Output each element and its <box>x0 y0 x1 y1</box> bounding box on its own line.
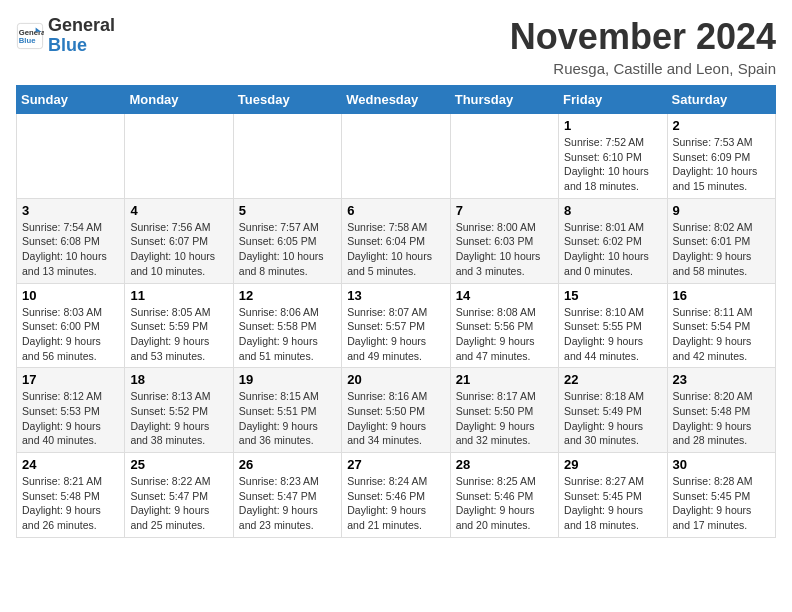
day-number: 1 <box>564 118 661 133</box>
day-info: Sunrise: 8:24 AM Sunset: 5:46 PM Dayligh… <box>347 474 444 533</box>
day-number: 3 <box>22 203 119 218</box>
day-number: 29 <box>564 457 661 472</box>
calendar-week-4: 17Sunrise: 8:12 AM Sunset: 5:53 PM Dayli… <box>17 368 776 453</box>
day-info: Sunrise: 8:05 AM Sunset: 5:59 PM Dayligh… <box>130 305 227 364</box>
calendar-cell: 25Sunrise: 8:22 AM Sunset: 5:47 PM Dayli… <box>125 453 233 538</box>
day-info: Sunrise: 8:17 AM Sunset: 5:50 PM Dayligh… <box>456 389 553 448</box>
day-info: Sunrise: 8:21 AM Sunset: 5:48 PM Dayligh… <box>22 474 119 533</box>
day-number: 16 <box>673 288 770 303</box>
calendar-cell: 24Sunrise: 8:21 AM Sunset: 5:48 PM Dayli… <box>17 453 125 538</box>
calendar-week-5: 24Sunrise: 8:21 AM Sunset: 5:48 PM Dayli… <box>17 453 776 538</box>
calendar-cell: 8Sunrise: 8:01 AM Sunset: 6:02 PM Daylig… <box>559 198 667 283</box>
day-number: 18 <box>130 372 227 387</box>
calendar-header-tuesday: Tuesday <box>233 86 341 114</box>
day-number: 14 <box>456 288 553 303</box>
svg-text:Blue: Blue <box>19 36 36 45</box>
calendar-cell: 29Sunrise: 8:27 AM Sunset: 5:45 PM Dayli… <box>559 453 667 538</box>
day-info: Sunrise: 8:03 AM Sunset: 6:00 PM Dayligh… <box>22 305 119 364</box>
day-number: 22 <box>564 372 661 387</box>
day-number: 17 <box>22 372 119 387</box>
title-block: November 2024 Ruesga, Castille and Leon,… <box>510 16 776 77</box>
calendar-cell: 20Sunrise: 8:16 AM Sunset: 5:50 PM Dayli… <box>342 368 450 453</box>
calendar-header-friday: Friday <box>559 86 667 114</box>
day-info: Sunrise: 8:06 AM Sunset: 5:58 PM Dayligh… <box>239 305 336 364</box>
calendar-header-wednesday: Wednesday <box>342 86 450 114</box>
day-number: 26 <box>239 457 336 472</box>
day-number: 21 <box>456 372 553 387</box>
subtitle: Ruesga, Castille and Leon, Spain <box>510 60 776 77</box>
calendar-header-sunday: Sunday <box>17 86 125 114</box>
calendar-cell: 11Sunrise: 8:05 AM Sunset: 5:59 PM Dayli… <box>125 283 233 368</box>
day-info: Sunrise: 8:28 AM Sunset: 5:45 PM Dayligh… <box>673 474 770 533</box>
day-number: 30 <box>673 457 770 472</box>
logo-line2: Blue <box>48 35 87 55</box>
day-info: Sunrise: 8:11 AM Sunset: 5:54 PM Dayligh… <box>673 305 770 364</box>
day-info: Sunrise: 7:58 AM Sunset: 6:04 PM Dayligh… <box>347 220 444 279</box>
svg-text:General: General <box>19 27 44 36</box>
logo-line1: General <box>48 16 115 36</box>
calendar-cell: 28Sunrise: 8:25 AM Sunset: 5:46 PM Dayli… <box>450 453 558 538</box>
calendar-header-thursday: Thursday <box>450 86 558 114</box>
day-info: Sunrise: 8:12 AM Sunset: 5:53 PM Dayligh… <box>22 389 119 448</box>
calendar-cell <box>233 114 341 199</box>
day-number: 28 <box>456 457 553 472</box>
day-info: Sunrise: 8:20 AM Sunset: 5:48 PM Dayligh… <box>673 389 770 448</box>
day-number: 7 <box>456 203 553 218</box>
day-info: Sunrise: 8:02 AM Sunset: 6:01 PM Dayligh… <box>673 220 770 279</box>
calendar-cell: 27Sunrise: 8:24 AM Sunset: 5:46 PM Dayli… <box>342 453 450 538</box>
calendar-cell: 17Sunrise: 8:12 AM Sunset: 5:53 PM Dayli… <box>17 368 125 453</box>
calendar-cell: 3Sunrise: 7:54 AM Sunset: 6:08 PM Daylig… <box>17 198 125 283</box>
calendar-cell: 7Sunrise: 8:00 AM Sunset: 6:03 PM Daylig… <box>450 198 558 283</box>
calendar-cell: 10Sunrise: 8:03 AM Sunset: 6:00 PM Dayli… <box>17 283 125 368</box>
day-number: 13 <box>347 288 444 303</box>
day-number: 8 <box>564 203 661 218</box>
day-number: 23 <box>673 372 770 387</box>
calendar-cell <box>342 114 450 199</box>
calendar-cell <box>125 114 233 199</box>
logo: General Blue General Blue <box>16 16 115 56</box>
calendar-cell: 14Sunrise: 8:08 AM Sunset: 5:56 PM Dayli… <box>450 283 558 368</box>
header: General Blue General Blue November 2024 … <box>16 16 776 77</box>
calendar-cell: 13Sunrise: 8:07 AM Sunset: 5:57 PM Dayli… <box>342 283 450 368</box>
calendar-cell: 5Sunrise: 7:57 AM Sunset: 6:05 PM Daylig… <box>233 198 341 283</box>
day-number: 27 <box>347 457 444 472</box>
day-info: Sunrise: 7:53 AM Sunset: 6:09 PM Dayligh… <box>673 135 770 194</box>
calendar-cell: 12Sunrise: 8:06 AM Sunset: 5:58 PM Dayli… <box>233 283 341 368</box>
calendar-week-3: 10Sunrise: 8:03 AM Sunset: 6:00 PM Dayli… <box>17 283 776 368</box>
day-info: Sunrise: 7:54 AM Sunset: 6:08 PM Dayligh… <box>22 220 119 279</box>
day-info: Sunrise: 8:18 AM Sunset: 5:49 PM Dayligh… <box>564 389 661 448</box>
day-info: Sunrise: 8:16 AM Sunset: 5:50 PM Dayligh… <box>347 389 444 448</box>
calendar-header-row: SundayMondayTuesdayWednesdayThursdayFrid… <box>17 86 776 114</box>
day-info: Sunrise: 8:22 AM Sunset: 5:47 PM Dayligh… <box>130 474 227 533</box>
calendar-cell: 4Sunrise: 7:56 AM Sunset: 6:07 PM Daylig… <box>125 198 233 283</box>
calendar-cell <box>450 114 558 199</box>
calendar-week-1: 1Sunrise: 7:52 AM Sunset: 6:10 PM Daylig… <box>17 114 776 199</box>
day-info: Sunrise: 8:08 AM Sunset: 5:56 PM Dayligh… <box>456 305 553 364</box>
calendar-cell: 18Sunrise: 8:13 AM Sunset: 5:52 PM Dayli… <box>125 368 233 453</box>
day-info: Sunrise: 8:01 AM Sunset: 6:02 PM Dayligh… <box>564 220 661 279</box>
calendar-cell: 21Sunrise: 8:17 AM Sunset: 5:50 PM Dayli… <box>450 368 558 453</box>
calendar-cell: 2Sunrise: 7:53 AM Sunset: 6:09 PM Daylig… <box>667 114 775 199</box>
day-number: 25 <box>130 457 227 472</box>
day-number: 9 <box>673 203 770 218</box>
calendar-cell: 22Sunrise: 8:18 AM Sunset: 5:49 PM Dayli… <box>559 368 667 453</box>
day-info: Sunrise: 8:27 AM Sunset: 5:45 PM Dayligh… <box>564 474 661 533</box>
day-number: 10 <box>22 288 119 303</box>
day-number: 15 <box>564 288 661 303</box>
calendar-header-saturday: Saturday <box>667 86 775 114</box>
day-info: Sunrise: 8:00 AM Sunset: 6:03 PM Dayligh… <box>456 220 553 279</box>
day-info: Sunrise: 7:57 AM Sunset: 6:05 PM Dayligh… <box>239 220 336 279</box>
day-info: Sunrise: 7:56 AM Sunset: 6:07 PM Dayligh… <box>130 220 227 279</box>
day-info: Sunrise: 8:13 AM Sunset: 5:52 PM Dayligh… <box>130 389 227 448</box>
calendar-cell <box>17 114 125 199</box>
day-info: Sunrise: 8:25 AM Sunset: 5:46 PM Dayligh… <box>456 474 553 533</box>
logo-icon: General Blue <box>16 22 44 50</box>
day-number: 11 <box>130 288 227 303</box>
calendar-cell: 19Sunrise: 8:15 AM Sunset: 5:51 PM Dayli… <box>233 368 341 453</box>
calendar-header-monday: Monday <box>125 86 233 114</box>
calendar-cell: 6Sunrise: 7:58 AM Sunset: 6:04 PM Daylig… <box>342 198 450 283</box>
day-info: Sunrise: 8:10 AM Sunset: 5:55 PM Dayligh… <box>564 305 661 364</box>
day-number: 12 <box>239 288 336 303</box>
calendar: SundayMondayTuesdayWednesdayThursdayFrid… <box>16 85 776 538</box>
day-info: Sunrise: 8:07 AM Sunset: 5:57 PM Dayligh… <box>347 305 444 364</box>
